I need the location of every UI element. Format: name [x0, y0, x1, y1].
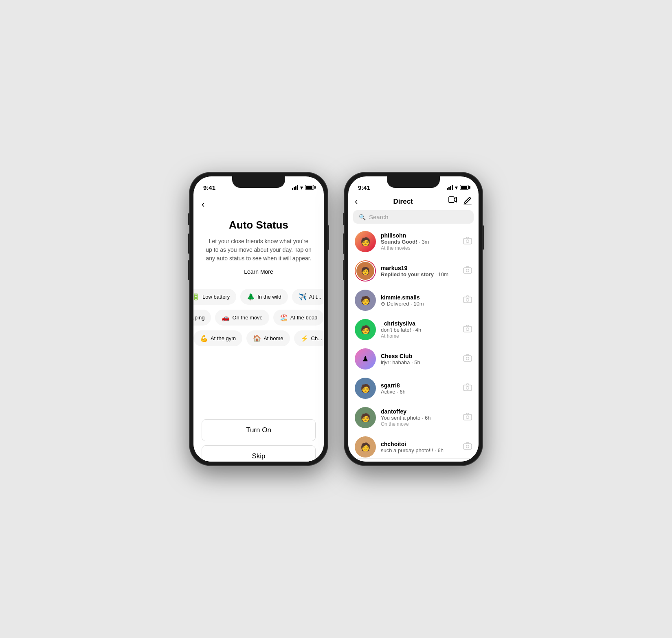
auto-status-screen: ‹ Auto Status Let your close friends kno…: [193, 194, 324, 462]
svg-rect-8: [463, 326, 472, 332]
msg-preview-chchoitoi: such a purday photo!!! · 6h: [381, 447, 458, 453]
chip-label-at-travel: At t...: [309, 294, 321, 300]
message-item-chess[interactable]: ♟ Chess Club lrjvr: hahaha · 5h: [348, 344, 479, 374]
charging-emoji: ⚡: [301, 334, 309, 342]
avatar-dantoffey: 🧑: [355, 407, 376, 428]
chip-charging[interactable]: ⚡ Ch...: [294, 330, 324, 346]
chips-row-3: 💪 At the gym 🏠 At home ⚡ Ch...: [193, 330, 324, 346]
battery-icon-2: [460, 185, 469, 190]
camera-bottom-bar: Camera: [348, 458, 479, 462]
svg-point-15: [466, 416, 469, 418]
msg-username-christy: _christysilva: [381, 320, 458, 327]
chip-label-shopping: ...ping: [193, 315, 204, 321]
notch-1: [232, 176, 285, 188]
chip-at-beach[interactable]: 🏖️ At the bead: [273, 310, 324, 326]
message-item-markus19[interactable]: 🧑 markus19 Replied to your story · 10m: [348, 256, 479, 286]
camera-btn-markus19[interactable]: [463, 266, 472, 276]
camera-btn-kimmie[interactable]: [463, 295, 472, 306]
svg-point-17: [466, 445, 469, 448]
auto-status-title: Auto Status: [206, 219, 312, 231]
wifi-icon-1: ▾: [300, 185, 303, 191]
chip-at-travel[interactable]: ✈️ At t...: [292, 289, 324, 305]
phones-container: 9:41 ▾ ‹ Auto S: [189, 172, 483, 466]
signal-icon-2: [447, 185, 453, 190]
msg-username-chchoitoi: chchoitoi: [381, 441, 458, 447]
camera-btn-phillsohn[interactable]: [463, 237, 472, 247]
turn-on-button[interactable]: Turn On: [202, 419, 316, 441]
msg-status-phillsohn: At the movies: [381, 245, 458, 251]
msg-content-chchoitoi: chchoitoi such a purday photo!!! · 6h: [381, 441, 458, 453]
camera-btn-chess[interactable]: [463, 354, 472, 364]
camera-btn-chchoitoi[interactable]: [463, 442, 472, 452]
svg-point-9: [466, 328, 469, 330]
signal-icon-1: [292, 185, 298, 190]
msg-preview-sgarri8: Active · 6h: [381, 389, 458, 395]
chip-at-gym[interactable]: 💪 At the gym: [193, 330, 242, 346]
chips-container: 🔋 Low battery 🌲 In the wild ✈️ At t...: [193, 285, 324, 413]
message-item-dantoffey[interactable]: 🧑 dantoffey You sent a photo · 6h On the…: [348, 403, 479, 432]
video-icon[interactable]: [448, 196, 457, 207]
time-2: 9:41: [358, 184, 370, 191]
avatar-sgarri8: 🧑: [355, 378, 376, 399]
msg-content-kimmie: kimmie.smalls ⊕ Delivered · 10m: [381, 294, 458, 307]
direct-header-icons: [448, 196, 472, 207]
camera-btn-dantoffey[interactable]: [463, 413, 472, 423]
msg-content-chess: Chess Club lrjvr: hahaha · 5h: [381, 353, 458, 365]
message-item-sgarri8[interactable]: 🧑 sgarri8 Active · 6h: [348, 374, 479, 403]
phone-1-screen: 9:41 ▾ ‹ Auto S: [193, 176, 324, 462]
chip-label-at-home: At home: [264, 335, 283, 341]
msg-preview-phillsohn: Sounds Good! · 3m: [381, 239, 458, 245]
msg-preview-kimmie: ⊕ Delivered · 10m: [381, 301, 458, 307]
svg-point-3: [466, 240, 469, 242]
search-bar[interactable]: 🔍 Search: [353, 210, 474, 224]
chip-low-battery[interactable]: 🔋 Low battery: [193, 289, 236, 305]
message-item-kimmie[interactable]: 🧑 kimmie.smalls ⊕ Delivered · 10m: [348, 286, 479, 315]
avatar-chchoitoi: 🧑: [355, 436, 376, 458]
time-1: 9:41: [203, 184, 215, 191]
auto-status-description: Let your close friends know what you're …: [206, 237, 312, 263]
msg-username-markus19: markus19: [381, 265, 458, 271]
chip-on-the-move[interactable]: 🚗 On the move: [215, 310, 269, 326]
message-item-christy[interactable]: 🧑 _christysilva don't be late! · 4h At h…: [348, 315, 479, 344]
msg-username-chess: Chess Club: [381, 353, 458, 359]
skip-button[interactable]: Skip: [202, 445, 316, 462]
wild-emoji: 🌲: [247, 293, 255, 301]
beach-emoji: 🏖️: [280, 314, 288, 321]
learn-more-link[interactable]: Learn More: [206, 268, 312, 275]
chip-shopping[interactable]: 🛒 ...ping: [193, 310, 211, 326]
svg-rect-10: [463, 356, 472, 361]
msg-username-kimmie: kimmie.smalls: [381, 294, 458, 301]
camera-btn-sgarri8[interactable]: [463, 383, 472, 394]
battery-icon-1: [305, 185, 314, 190]
phone-2: 9:41 ▾ ‹: [344, 172, 483, 466]
direct-screen: ‹ Direct: [348, 194, 479, 462]
compose-icon[interactable]: [463, 196, 472, 207]
msg-preview-christy: don't be late! · 4h: [381, 327, 458, 333]
back-button-1[interactable]: ‹: [193, 194, 324, 215]
chip-label-charging: Ch...: [311, 335, 322, 341]
chip-label-in-the-wild: In the wild: [257, 294, 281, 300]
message-item-chchoitoi[interactable]: 🧑 chchoitoi such a purday photo!!! · 6h: [348, 432, 479, 458]
svg-rect-0: [449, 197, 454, 202]
chips-row-1: 🔋 Low battery 🌲 In the wild ✈️ At t...: [193, 289, 324, 305]
message-item-phillsohn[interactable]: 🧑 phillsohn Sounds Good! · 3m At the mov…: [348, 227, 479, 256]
camera-btn-christy[interactable]: [463, 325, 472, 335]
avatar-kimmie: 🧑: [355, 290, 376, 311]
svg-point-13: [466, 386, 469, 389]
chip-at-home[interactable]: 🏠 At home: [246, 330, 290, 346]
svg-point-11: [466, 357, 469, 360]
msg-status-dantoffey: On the move: [381, 421, 458, 427]
chip-label-at-gym: At the gym: [211, 335, 236, 341]
avatar-markus19: 🧑: [356, 261, 375, 281]
phone-1: 9:41 ▾ ‹ Auto S: [189, 172, 328, 466]
msg-preview-chess: lrjvr: hahaha · 5h: [381, 359, 458, 365]
svg-rect-14: [463, 414, 472, 420]
chip-in-the-wild[interactable]: 🌲 In the wild: [240, 289, 288, 305]
svg-point-7: [466, 298, 469, 301]
phone-2-screen: 9:41 ▾ ‹: [348, 176, 479, 462]
gym-emoji: 💪: [200, 334, 208, 342]
home-emoji: 🏠: [253, 334, 261, 342]
auto-status-content: Auto Status Let your close friends know …: [193, 215, 324, 285]
back-button-2[interactable]: ‹: [355, 196, 358, 207]
msg-preview-markus19: Replied to your story · 10m: [381, 271, 458, 277]
